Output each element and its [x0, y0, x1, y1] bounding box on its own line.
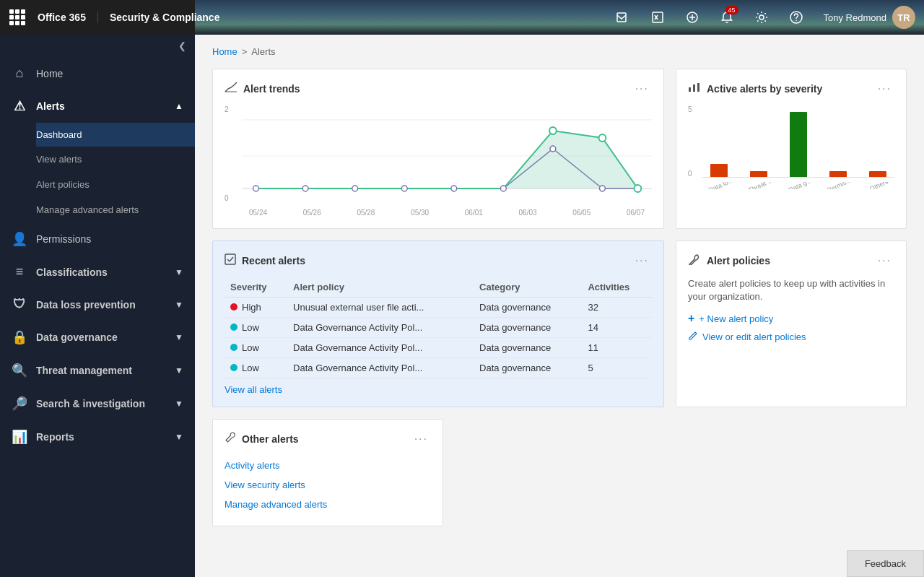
alert-policies-header: Alert policies ··· — [688, 253, 894, 269]
feedback-button[interactable]: Feedback — [847, 550, 924, 577]
new-alert-policy-link[interactable]: + + New alert policy — [688, 312, 894, 325]
sidebar-item-permissions[interactable]: 👤 Permissions — [0, 222, 195, 256]
bar-chart-area — [702, 105, 894, 178]
excel-icon-btn[interactable] — [642, 0, 674, 35]
user-avatar: TR — [892, 6, 915, 29]
other-alerts-title: Other alerts — [242, 433, 299, 445]
sidebar-section-search[interactable]: 🔎 Search & investigation ▼ — [0, 387, 195, 420]
sidebar-section-dlp[interactable]: 🛡 Data loss prevention ▼ — [0, 288, 195, 321]
edit-alert-policies-link[interactable]: View or edit alert policies — [688, 331, 894, 343]
high-severity-dot — [230, 303, 237, 311]
svg-rect-25 — [697, 83, 699, 92]
breadcrumb: Home > Alerts — [212, 46, 907, 57]
view-all-alerts-link[interactable]: View all alerts — [225, 384, 282, 395]
sidebar-item-view-alerts[interactable]: View alerts — [36, 147, 195, 172]
alert-trends-card: Alert trends ··· 2 0 — [212, 69, 664, 229]
svg-rect-0 — [617, 13, 626, 22]
svg-point-13 — [352, 186, 358, 191]
recent-alerts-table-wrapper: Severity Alert policy Category Activitie… — [225, 277, 652, 378]
bar-chart-icon — [688, 82, 701, 93]
alert-policies-icon — [688, 253, 701, 268]
app-branding: Office 365 Security & Compliance — [35, 12, 231, 23]
activities-cell: 14 — [582, 318, 652, 338]
chevron-down-icon: ▼ — [175, 267, 183, 277]
threat-icon: 🔍 — [12, 363, 27, 378]
sidebar: ❮ ⌂ Home ⚠ Alerts ▲ Dashboard View alert… — [0, 35, 195, 577]
table-row[interactable]: High Unusual external user file acti... … — [225, 298, 652, 318]
sidebar-section-classifications[interactable]: ≡ Classifications ▼ — [0, 256, 195, 288]
search-icon: 🔎 — [12, 396, 27, 412]
col-category: Category — [474, 277, 582, 298]
chevron-down-icon-threat: ▼ — [175, 365, 183, 376]
bar-col-1 — [742, 171, 776, 177]
waffle-button[interactable] — [0, 0, 35, 35]
category-cell: Data governance — [474, 338, 582, 358]
active-alerts-menu[interactable]: ··· — [875, 81, 894, 97]
sidebar-item-home[interactable]: ⌂ Home — [0, 57, 195, 90]
breadcrumb-current: Alerts — [251, 46, 275, 57]
classifications-icon: ≡ — [12, 264, 27, 279]
category-cell: Data governance — [474, 318, 582, 338]
chevron-down-icon-search: ▼ — [175, 399, 183, 409]
alert-icon: ⚠ — [12, 98, 27, 114]
sidebar-section-reports[interactable]: 📊 Reports ▼ — [0, 420, 195, 454]
recent-alerts-menu[interactable]: ··· — [632, 253, 652, 269]
alert-policies-menu[interactable]: ··· — [875, 253, 894, 269]
activity-alerts-link[interactable]: Activity alerts — [225, 456, 431, 475]
sidebar-item-manage-advanced-alerts[interactable]: Manage advanced alerts — [36, 197, 195, 222]
wrench-icon — [688, 253, 701, 265]
manage-advanced-alerts-link[interactable]: Manage advanced alerts — [225, 495, 431, 514]
plus-icon: + — [688, 312, 694, 325]
sidebar-item-alert-policies[interactable]: Alert policies — [36, 172, 195, 197]
alert-trends-xaxis: 05/24 05/26 05/28 05/30 06/01 06/03 06/0… — [242, 209, 652, 217]
help-icon — [789, 10, 803, 25]
sidebar-section-data-governance[interactable]: 🔒 Data governance ▼ — [0, 321, 195, 354]
edit-icon — [688, 331, 698, 343]
activities-cell: 5 — [582, 358, 652, 378]
view-security-alerts-link[interactable]: View security alerts — [225, 475, 431, 495]
sidebar-item-dashboard[interactable]: Dashboard — [36, 123, 195, 147]
notification-icon-btn[interactable]: 45 — [711, 0, 743, 35]
severity-cell: Low — [225, 358, 287, 378]
topbar-right: 45 Tony Redmond TR — [607, 0, 924, 35]
outlook-icon-btn[interactable] — [607, 0, 639, 35]
recent-alerts-table: Severity Alert policy Category Activitie… — [225, 277, 652, 378]
breadcrumb-separator: > — [242, 46, 248, 57]
breadcrumb-home[interactable]: Home — [212, 46, 237, 57]
svg-point-22 — [635, 185, 642, 192]
alert-policies-desc: Create alert policies to keep up with ac… — [688, 277, 894, 303]
svg-rect-23 — [689, 87, 691, 92]
sidebar-threat-label: Threat management — [36, 365, 132, 376]
sidebar-collapse-btn[interactable]: ❮ — [0, 35, 195, 57]
svg-rect-26 — [225, 254, 235, 264]
alert-trends-title: Alert trends — [243, 83, 300, 95]
severity-cell: Low — [225, 318, 287, 338]
checkmark-icon — [225, 253, 236, 265]
notification-badge: 45 — [725, 6, 738, 14]
bar-2 — [790, 112, 807, 177]
sidebar-section-threat-mgmt[interactable]: 🔍 Threat management ▼ — [0, 354, 195, 387]
home-icon: ⌂ — [12, 66, 27, 81]
y-axis-top: 2 — [225, 105, 229, 113]
policy-cell: Data Governance Activity Pol... — [287, 318, 474, 338]
sidebar-section-alerts[interactable]: ⚠ Alerts ▲ — [0, 90, 195, 123]
table-row[interactable]: Low Data Governance Activity Pol... Data… — [225, 318, 652, 338]
alert-trends-menu[interactable]: ··· — [632, 81, 652, 97]
permissions-icon: 👤 — [12, 231, 27, 247]
sidebar-data-gov-label: Data governance — [36, 331, 118, 343]
svg-point-16 — [500, 186, 506, 191]
sidebar-dlp-label: Data loss prevention — [36, 299, 136, 311]
cards-row-1: Alert trends ··· 2 0 — [212, 69, 907, 229]
table-row[interactable]: Low Data Governance Activity Pol... Data… — [225, 358, 652, 378]
table-row[interactable]: Low Data Governance Activity Pol... Data… — [225, 338, 652, 358]
help-icon-btn[interactable] — [780, 0, 812, 35]
sharepoint-icon — [685, 10, 699, 25]
svg-point-18 — [600, 186, 606, 191]
other-alerts-menu[interactable]: ··· — [411, 431, 431, 447]
col-severity: Severity — [225, 277, 287, 298]
office365-label[interactable]: Office 365 — [35, 12, 98, 23]
user-menu[interactable]: Tony Redmond TR — [815, 6, 924, 29]
sharepoint-icon-btn[interactable] — [676, 0, 708, 35]
settings-icon-btn[interactable] — [746, 0, 777, 35]
bar-chart-xaxis: Data lo... Threat ... Data g... Permis..… — [702, 182, 894, 189]
